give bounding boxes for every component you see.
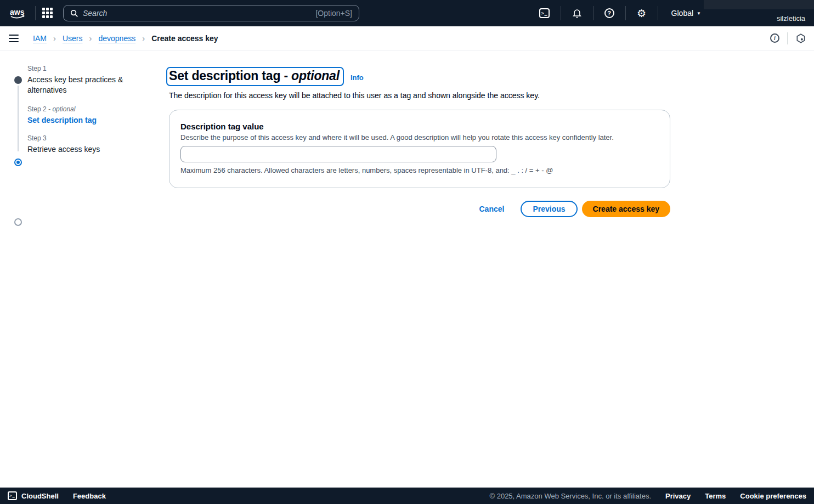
page-description: The description for this access key will… [169, 91, 670, 100]
wizard-step-1: Step 1 Access key best practices & alter… [14, 65, 146, 95]
page-title-optional: optional [291, 69, 340, 83]
wizard-step-3: Step 3 Retrieve access keys [14, 134, 146, 155]
chevron-right-icon: › [89, 33, 92, 43]
header-divider [625, 6, 626, 20]
create-access-key-button[interactable]: Create access key [582, 201, 670, 217]
aws-logo-text: aws [10, 8, 25, 16]
wizard-actions: Cancel Previous Create access key [169, 201, 670, 217]
wizard-steps-nav: Step 1 Access key best practices & alter… [14, 65, 146, 155]
page-title-focus-ring: Set description tag - optional [166, 67, 344, 86]
header-divider [561, 6, 561, 20]
step-completed-bullet [14, 76, 22, 84]
terms-link[interactable]: Terms [705, 492, 726, 500]
breadcrumb-link-iam[interactable]: IAM [33, 34, 47, 43]
header-utilities: >_ ? ⚙ Global ▼ [535, 0, 701, 26]
search-shortcut-hint: [Option+S] [315, 9, 352, 18]
footer-feedback-button[interactable]: Feedback [73, 492, 106, 500]
corner-overlay [704, 0, 814, 9]
services-menu-icon[interactable] [42, 8, 53, 19]
header-divider [35, 6, 36, 20]
search-icon [70, 9, 78, 18]
breadcrumb-link-users[interactable]: Users [63, 34, 83, 43]
description-tag-input[interactable] [180, 146, 496, 162]
previous-button[interactable]: Previous [521, 201, 577, 217]
notifications-button[interactable] [568, 8, 586, 18]
privacy-link[interactable]: Privacy [665, 492, 691, 500]
step-meta-label: Step 1 [27, 65, 146, 72]
settings-button[interactable]: ⚙ [632, 8, 651, 19]
cloudshell-terminal-icon: >_ [8, 491, 17, 500]
bell-icon [572, 8, 582, 18]
step-active-radio [14, 158, 22, 166]
amazon-q-icon[interactable] [795, 33, 806, 44]
account-menu[interactable]: silzleticia [777, 14, 805, 22]
breadcrumb: IAM › Users › devopness › Create access … [33, 33, 218, 43]
wizard-step-content: Set description tag - optional Info The … [169, 67, 670, 217]
breadcrumb-link-devopness[interactable]: devopness [98, 34, 135, 43]
footer-cloudshell-button[interactable]: CloudShell [21, 492, 59, 500]
divider [787, 32, 788, 44]
step-optional-label: - optional [48, 105, 75, 113]
cloudshell-terminal-icon: >_ [539, 8, 550, 18]
help-icon: ? [604, 8, 614, 18]
footer-legal: © 2025, Amazon Web Services, Inc. or its… [489, 492, 806, 500]
gear-icon: ⚙ [637, 8, 646, 19]
info-link[interactable]: Info [351, 73, 364, 82]
description-tag-card: Description tag value Describe the purpo… [169, 110, 670, 188]
help-button[interactable]: ? [600, 8, 619, 18]
step-meta-label: Step 2 - optional [27, 105, 146, 113]
header-divider [658, 6, 658, 20]
step-meta-label: Step 3 [27, 134, 146, 142]
step-upcoming-bullet [14, 218, 22, 226]
region-selector[interactable]: Global ▼ [671, 9, 701, 18]
copyright-notice: © 2025, Amazon Web Services, Inc. or its… [489, 492, 651, 500]
field-label: Description tag value [180, 122, 659, 131]
top-navigation-bar: aws [Option+S] >_ ? [0, 0, 814, 26]
field-hint: Describe the purpose of this access key … [180, 133, 659, 141]
page-title: Set description tag - optional [169, 69, 340, 83]
side-navigation-toggle[interactable] [9, 35, 19, 42]
wizard-step-3-link[interactable]: Retrieve access keys [27, 144, 129, 155]
chevron-down-icon: ▼ [697, 11, 701, 16]
main-content: Step 1 Access key best practices & alter… [0, 50, 814, 488]
chevron-right-icon: › [53, 33, 56, 43]
chevron-right-icon: › [142, 33, 145, 43]
console-footer: >_ CloudShell Feedback © 2025, Amazon We… [0, 488, 814, 504]
aws-logo[interactable]: aws [9, 7, 29, 20]
info-icon[interactable]: i [770, 33, 779, 43]
search-input[interactable] [83, 9, 315, 18]
region-label: Global [671, 9, 693, 18]
breadcrumb-bar: IAM › Users › devopness › Create access … [0, 26, 814, 50]
header-divider [593, 6, 593, 20]
cloudshell-button[interactable]: >_ [535, 8, 554, 18]
breadcrumb-current-page: Create access key [151, 34, 218, 43]
wizard-step-1-link[interactable]: Access key best practices & alternatives [27, 75, 129, 95]
wizard-step-2-link[interactable]: Set description tag [27, 115, 129, 126]
wizard-step-2: Step 2 - optional Set description tag [14, 105, 146, 126]
cancel-button[interactable]: Cancel [479, 205, 505, 213]
cookie-preferences-link[interactable]: Cookie preferences [740, 492, 806, 500]
global-search[interactable]: [Option+S] [63, 5, 359, 21]
breadcrumb-utilities: i [770, 32, 806, 44]
field-constraint: Maximum 256 characters. Allowed characte… [180, 166, 659, 174]
